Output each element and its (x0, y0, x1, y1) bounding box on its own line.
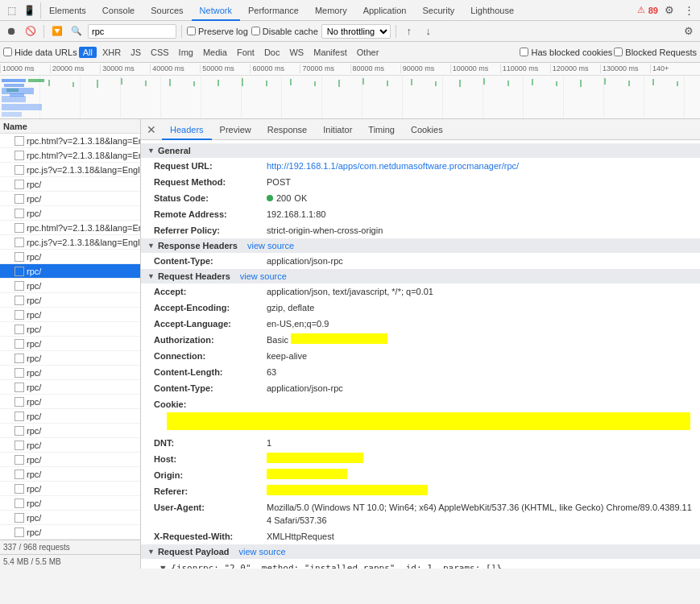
tab-lighthouse[interactable]: Lighthouse (462, 0, 522, 21)
preserve-log-label[interactable]: Preserve log (187, 27, 248, 36)
settings-network-icon[interactable]: ⚙ (681, 23, 697, 39)
filter-icon[interactable]: 🔽 (49, 23, 65, 39)
filter-font[interactable]: Font (233, 47, 259, 58)
filter-manifest[interactable]: Manifest (309, 47, 351, 58)
request-item-17[interactable]: rpc/ (0, 380, 140, 395)
general-section-header[interactable]: ▼ General (141, 143, 700, 158)
request-item-24[interactable]: rpc/ (0, 482, 140, 496)
timeline-content[interactable] (0, 76, 700, 119)
request-item-2[interactable]: rpc.js?v=2.1.3.18&lang=English&d (0, 163, 140, 177)
svg-rect-29 (2, 104, 42, 110)
payload-json-line: {jsonrpc: "2.0", method: "installed_rapp… (171, 563, 502, 569)
response-headers-section-header[interactable]: ▼ Response Headers view source (141, 238, 700, 253)
details-tab-timing[interactable]: Timing (360, 119, 403, 140)
clear-button[interactable]: 🚫 (23, 23, 39, 39)
svg-rect-16 (435, 81, 437, 86)
request-item-21[interactable]: rpc/ (0, 438, 140, 453)
blocked-requests-checkbox[interactable] (614, 48, 623, 56)
svg-rect-6 (193, 81, 195, 86)
request-item-13[interactable]: rpc/ (0, 322, 140, 337)
hide-data-urls-label[interactable]: Hide data URLs (3, 48, 77, 57)
filter-doc[interactable]: Doc (260, 47, 284, 58)
inspect-icon[interactable]: ⬚ (3, 2, 19, 19)
accept-label: Accept: (154, 285, 267, 298)
filter-css[interactable]: CSS (147, 47, 173, 58)
connection-value: keep-alive (267, 350, 307, 362)
details-tab-preview[interactable]: Preview (212, 119, 259, 140)
filter-ws[interactable]: WS (285, 47, 308, 58)
request-item-1[interactable]: rpc.html?v=2.1.3.18&lang=Englis... (0, 148, 140, 163)
more-menu-icon[interactable]: ⋮ (681, 2, 697, 19)
record-button[interactable]: ⏺ (3, 23, 19, 39)
request-payload-section-header[interactable]: ▼ Request Payload view source (141, 544, 700, 559)
close-details-button[interactable]: ✕ (144, 122, 159, 137)
payload-view-source[interactable]: view source (239, 547, 286, 556)
request-item-12[interactable]: rpc/ (0, 308, 140, 322)
search-icon[interactable]: 🔍 (68, 23, 85, 39)
request-item-10[interactable]: rpc/ (0, 279, 140, 293)
disable-cache-checkbox[interactable] (251, 27, 260, 35)
request-item-6[interactable]: rpc.html?v=2.1.3.18&lang=Englis... (0, 221, 140, 235)
svg-rect-8 (242, 78, 243, 86)
request-item-23[interactable]: rpc/ (0, 467, 140, 482)
device-icon[interactable]: 📱 (21, 2, 37, 19)
blocked-requests-label[interactable]: Blocked Requests (614, 48, 697, 57)
request-item-7[interactable]: rpc.js?v=2.1.3.18&lang=English&d (0, 235, 140, 250)
request-item-4[interactable]: rpc/ (0, 192, 140, 206)
has-blocked-cookies-checkbox[interactable] (520, 48, 528, 56)
settings-icon[interactable]: ⚙ (661, 2, 677, 19)
has-blocked-cookies-label[interactable]: Has blocked cookies (520, 48, 612, 57)
request-item-0[interactable]: rpc.html?v=2.1.3.18&lang=Englis... (0, 134, 140, 148)
request-item-22[interactable]: rpc/ (0, 453, 140, 467)
request-item-3[interactable]: rpc/ (0, 177, 140, 192)
request-item-16[interactable]: rpc/ (0, 366, 140, 380)
filter-all[interactable]: All (79, 47, 97, 58)
preserve-log-checkbox[interactable] (187, 27, 196, 35)
throttle-select[interactable]: No throttling Slow 3G Fast 3G (321, 24, 391, 39)
request-item-5[interactable]: rpc/ (0, 206, 140, 221)
request-item-11[interactable]: rpc/ (0, 293, 140, 308)
response-view-source[interactable]: view source (247, 241, 294, 250)
tab-network[interactable]: Network (192, 0, 240, 21)
request-item-18[interactable]: rpc/ (0, 395, 140, 409)
payload-expand-row[interactable]: ▼ {jsonrpc: "2.0", method: "installed_ra… (160, 562, 694, 569)
request-item-27[interactable]: rpc/ (0, 525, 140, 540)
filter-img[interactable]: Img (175, 47, 197, 58)
request-list[interactable]: rpc.html?v=2.1.3.18&lang=Englis... rpc.h… (0, 134, 141, 540)
export-icon[interactable]: ↓ (420, 23, 437, 39)
request-list-header: Name (0, 119, 140, 134)
svg-rect-13 (362, 78, 364, 85)
origin-label: Origin: (154, 469, 267, 482)
request-item-9[interactable]: rpc/ (0, 264, 140, 279)
filter-input[interactable] (88, 24, 176, 39)
request-item-8[interactable]: rpc/ (0, 250, 140, 264)
filter-xhr[interactable]: XHR (98, 47, 125, 58)
hide-data-urls-checkbox[interactable] (3, 48, 12, 56)
tab-elements[interactable]: Elements (41, 0, 94, 21)
request-headers-section-header[interactable]: ▼ Request Headers view source (141, 269, 700, 283)
tab-security[interactable]: Security (414, 0, 462, 21)
tab-console[interactable]: Console (94, 0, 143, 21)
request-item-25[interactable]: rpc/ (0, 496, 140, 511)
filter-other[interactable]: Other (353, 47, 383, 58)
tab-application[interactable]: Application (355, 0, 415, 21)
filter-js[interactable]: JS (126, 47, 145, 58)
request-view-source[interactable]: view source (240, 271, 287, 281)
request-item-19[interactable]: rpc/ (0, 409, 140, 424)
tab-sources[interactable]: Sources (143, 0, 191, 21)
request-item-20[interactable]: rpc/ (0, 424, 140, 438)
details-tab-headers[interactable]: Headers (162, 119, 212, 140)
details-tab-response[interactable]: Response (259, 119, 316, 140)
filter-media[interactable]: Media (199, 47, 231, 58)
request-item-14[interactable]: rpc/ (0, 337, 140, 351)
details-tab-cookies[interactable]: Cookies (403, 119, 451, 140)
tab-memory[interactable]: Memory (307, 0, 355, 21)
tab-performance[interactable]: Performance (240, 0, 307, 21)
request-method-label: Request Method: (154, 176, 267, 188)
request-item-26[interactable]: rpc/ (0, 511, 140, 525)
request-item-15[interactable]: rpc/ (0, 351, 140, 366)
dnt-value: 1 (267, 436, 271, 449)
disable-cache-label[interactable]: Disable cache (251, 27, 318, 36)
details-tab-initiator[interactable]: Initiator (315, 119, 360, 140)
import-icon[interactable]: ↑ (401, 23, 417, 39)
